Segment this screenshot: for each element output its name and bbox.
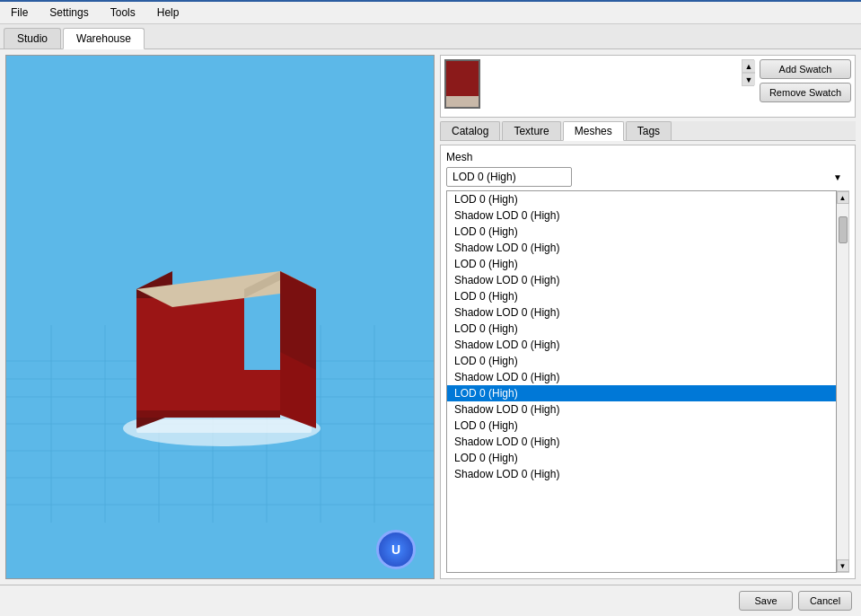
tab-texture[interactable]: Texture <box>502 121 560 140</box>
cancel-button[interactable]: Cancel <box>798 591 852 611</box>
viewport: U <box>5 55 435 579</box>
mesh-list-item[interactable]: LOD 0 (High) <box>447 418 836 434</box>
mesh-list-item[interactable]: Shadow LOD 0 (High) <box>447 434 836 450</box>
mesh-list-item[interactable]: Shadow LOD 0 (High) <box>447 337 836 353</box>
viewport-svg <box>6 56 435 523</box>
remove-swatch-button[interactable]: Remove Swatch <box>760 83 851 102</box>
mesh-list-item[interactable]: Shadow LOD 0 (High) <box>447 207 836 224</box>
swatch-scroll-up[interactable]: ▲ <box>742 60 755 73</box>
swatch-area: ▲ ▼ Add Swatch Remove Swatch <box>440 55 856 118</box>
mesh-list-item[interactable]: Shadow LOD 0 (High) <box>447 240 836 256</box>
menu-help[interactable]: Help <box>152 4 185 21</box>
svg-rect-16 <box>136 419 312 433</box>
swatch-buttons: Add Swatch Remove Swatch <box>760 59 851 102</box>
menu-tools[interactable]: Tools <box>105 4 141 21</box>
mesh-list-item[interactable]: LOD 0 (High) <box>447 385 836 401</box>
mesh-label: Mesh <box>446 151 849 163</box>
mesh-dropdown-container: LOD 0 (High) ▼ <box>446 167 849 187</box>
tab-warehouse[interactable]: Warehouse <box>63 28 145 49</box>
save-button[interactable]: Save <box>739 591 793 611</box>
mesh-list-item[interactable]: LOD 0 (High) <box>447 321 836 337</box>
list-scroll-up[interactable]: ▲ <box>837 191 849 204</box>
menu-file[interactable]: File <box>5 4 33 21</box>
tab-tags[interactable]: Tags <box>626 121 672 140</box>
sub-tabs: Catalog Texture Meshes Tags <box>440 121 856 141</box>
mesh-dropdown[interactable]: LOD 0 (High) <box>446 167 572 187</box>
mesh-list-item[interactable]: Shadow LOD 0 (High) <box>447 272 836 288</box>
swatch-scroll-down[interactable]: ▼ <box>742 73 755 85</box>
viewport-logo: U <box>376 530 416 569</box>
tab-meshes[interactable]: Meshes <box>563 121 624 141</box>
tab-catalog[interactable]: Catalog <box>440 121 500 140</box>
svg-rect-24 <box>136 410 280 418</box>
mesh-list-item[interactable]: Shadow LOD 0 (High) <box>447 304 836 321</box>
menu-bar: File Settings Tools Help <box>0 2 861 24</box>
mesh-list-item[interactable]: LOD 0 (High) <box>447 191 836 207</box>
bottom-bar: Save Cancel <box>0 585 861 616</box>
scene: U <box>6 56 434 578</box>
main-content: U ▲ ▼ Add Swatch Remove Swat <box>0 49 861 585</box>
swatch-color-red <box>446 61 479 96</box>
swatch-list <box>444 59 736 109</box>
mesh-list[interactable]: LOD 0 (High)Shadow LOD 0 (High)LOD 0 (Hi… <box>446 190 837 573</box>
svg-rect-25 <box>244 298 280 370</box>
dropdown-arrow-icon: ▼ <box>833 172 842 182</box>
mesh-panel: Mesh LOD 0 (High) ▼ LOD 0 (High)Shadow L… <box>440 145 856 579</box>
tab-studio[interactable]: Studio <box>4 28 61 48</box>
swatch-item[interactable] <box>444 59 480 109</box>
mesh-list-item[interactable]: LOD 0 (High) <box>447 256 836 272</box>
mesh-list-item[interactable]: LOD 0 (High) <box>447 224 836 240</box>
mesh-list-wrapper: LOD 0 (High)Shadow LOD 0 (High)LOD 0 (Hi… <box>446 190 849 573</box>
list-scroll-down[interactable]: ▼ <box>837 559 849 572</box>
right-panel: ▲ ▼ Add Swatch Remove Swatch Catalog Tex… <box>440 55 856 579</box>
add-swatch-button[interactable]: Add Swatch <box>760 59 851 79</box>
swatch-color-beige <box>446 96 479 107</box>
tab-bar: Studio Warehouse <box>0 24 861 49</box>
mesh-list-item[interactable]: LOD 0 (High) <box>447 450 836 466</box>
mesh-list-item[interactable]: Shadow LOD 0 (High) <box>447 466 836 482</box>
mesh-list-item[interactable]: Shadow LOD 0 (High) <box>447 369 836 385</box>
mesh-list-item[interactable]: Shadow LOD 0 (High) <box>447 401 836 418</box>
list-scrollbar: ▲ ▼ <box>837 190 849 573</box>
mesh-list-item[interactable]: LOD 0 (High) <box>447 288 836 304</box>
list-scrollbar-thumb[interactable] <box>839 216 848 243</box>
menu-settings[interactable]: Settings <box>44 4 93 21</box>
mesh-list-item[interactable]: LOD 0 (High) <box>447 353 836 369</box>
